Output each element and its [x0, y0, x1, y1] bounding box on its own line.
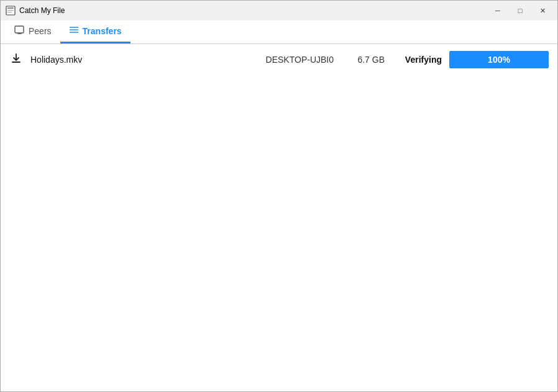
title-bar: Catch My File ─ □ ✕: [1, 1, 557, 21]
peers-icon: [14, 25, 25, 37]
svg-rect-3: [7, 12, 12, 12]
close-button[interactable]: ✕: [533, 4, 552, 17]
app-icon: [6, 6, 16, 16]
title-bar-left: Catch My File: [6, 6, 65, 16]
transfers-icon: [69, 26, 79, 37]
download-icon: [9, 53, 23, 67]
transfer-status: Verifying: [392, 55, 442, 65]
tab-peers-label: Peers: [29, 26, 52, 36]
transfers-list: Holidays.mkv DESKTOP-UJBI0 6.7 GB Verify…: [1, 44, 557, 391]
tab-peers[interactable]: Peers: [6, 21, 60, 43]
transfer-size: 6.7 GB: [341, 55, 385, 65]
table-row: Holidays.mkv DESKTOP-UJBI0 6.7 GB Verify…: [1, 47, 557, 73]
progress-bar: 100%: [449, 51, 549, 68]
tab-bar: Peers Transfers: [1, 21, 557, 44]
transfer-progress: 100%: [449, 51, 549, 68]
progress-label: 100%: [488, 55, 510, 65]
maximize-button[interactable]: □: [510, 4, 530, 17]
svg-rect-1: [7, 7, 14, 9]
transfer-filename: Holidays.mkv: [30, 55, 245, 65]
app-title: Catch My File: [19, 6, 65, 15]
minimize-button[interactable]: ─: [488, 4, 508, 17]
svg-rect-2: [7, 10, 14, 11]
svg-rect-4: [15, 26, 24, 33]
window-controls: ─ □ ✕: [488, 4, 552, 17]
tab-transfers-label: Transfers: [83, 26, 122, 36]
transfer-peer: DESKTOP-UJBI0: [253, 55, 334, 65]
tab-transfers[interactable]: Transfers: [60, 21, 130, 43]
